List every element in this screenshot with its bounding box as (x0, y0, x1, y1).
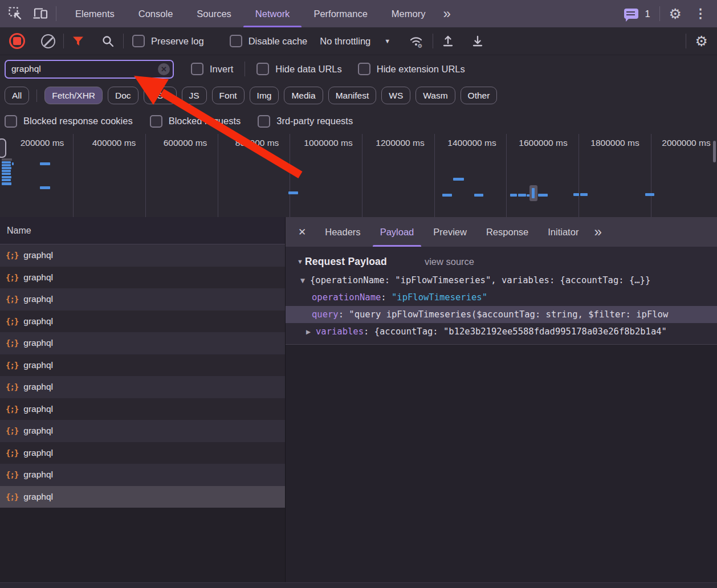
waterfall-bar[interactable] (532, 188, 535, 198)
filter-funnel-icon[interactable] (72, 35, 84, 47)
customize-menu-icon[interactable]: ⋮ (694, 7, 707, 20)
waterfall-bar[interactable] (518, 194, 526, 197)
filter-chip-fetch-xhr[interactable]: Fetch/XHR (44, 87, 103, 104)
waterfall-bar[interactable] (2, 164, 11, 166)
network-conditions-icon[interactable]: ⚙ (408, 34, 425, 48)
table-row-selected[interactable]: {;}graphql (0, 486, 285, 508)
clear-network-log-icon[interactable] (41, 34, 55, 48)
3rd-party-requests-checkbox[interactable]: 3rd-party requests (258, 115, 353, 128)
request-payload-section[interactable]: ▼ Request Payload view source (286, 251, 717, 272)
throttling-select[interactable]: No throttling ▼ (320, 36, 390, 47)
view-source-link[interactable]: view source (425, 256, 474, 267)
payload-value: {accountTag: "b12e3b2192ee5588fdad995178… (374, 326, 667, 337)
table-row[interactable]: {;}graphql (0, 267, 285, 289)
waterfall-bar[interactable] (40, 186, 50, 189)
tab-sources[interactable]: Sources (185, 0, 243, 27)
waterfall-bar[interactable] (2, 170, 11, 172)
waterfall-bar[interactable] (2, 158, 12, 161)
waterfall-bar[interactable] (40, 162, 50, 165)
filter-chip-img[interactable]: Img (250, 87, 279, 104)
checkbox-box (258, 115, 270, 128)
checkbox-box (358, 63, 370, 75)
disable-cache-checkbox[interactable]: Disable cache (230, 35, 308, 47)
export-har-icon[interactable] (471, 34, 484, 48)
filter-chip-doc[interactable]: Doc (108, 87, 138, 104)
waterfall-bar[interactable] (12, 162, 14, 165)
settings-gear-icon[interactable]: ⚙ (669, 7, 682, 21)
toggle-device-toolbar-icon[interactable] (32, 6, 49, 21)
filter-chip-js[interactable]: JS (182, 87, 207, 104)
filter-chip-all[interactable]: All (5, 87, 29, 104)
waterfall-bar[interactable] (442, 194, 452, 197)
import-har-icon[interactable] (441, 34, 455, 48)
waterfall-bar[interactable] (2, 167, 11, 169)
filter-chip-other[interactable]: Other (461, 87, 498, 104)
table-row[interactable]: {;}graphql (0, 332, 285, 354)
more-details-tabs-icon[interactable]: » (588, 225, 607, 239)
table-row[interactable]: {;}graphql (0, 354, 285, 377)
table-row[interactable]: {;}graphql (0, 311, 285, 333)
blocked-requests-checkbox[interactable]: Blocked requests (150, 115, 241, 128)
waterfall-bar[interactable] (2, 173, 11, 175)
hide-extension-urls-checkbox[interactable]: Hide extension URLs (358, 63, 465, 75)
filter-chip-manifest[interactable]: Manifest (328, 87, 377, 104)
tab-performance[interactable]: Performance (302, 0, 379, 27)
table-row[interactable]: {;}graphql (0, 244, 285, 267)
payload-entry-operationname[interactable]: operationName: "ipFlowTimeseries" (286, 289, 717, 306)
name-column-header[interactable]: Name (0, 217, 285, 244)
table-row[interactable]: {;}graphql (0, 442, 285, 464)
tab-console[interactable]: Console (127, 0, 185, 27)
waterfall-bar[interactable] (573, 193, 579, 196)
waterfall-bar[interactable] (453, 178, 464, 181)
waterfall-bar[interactable] (2, 161, 11, 164)
filter-input[interactable] (5, 60, 174, 79)
more-tabs-icon[interactable]: » (437, 7, 456, 21)
invert-checkbox[interactable]: Invert (191, 63, 233, 75)
filter-chip-wasm[interactable]: Wasm (415, 87, 455, 104)
waterfall-bar[interactable] (2, 179, 11, 181)
filter-chip-font[interactable]: Font (212, 87, 245, 104)
waterfall-bar[interactable] (2, 176, 11, 178)
record-network-log-button[interactable] (9, 33, 25, 49)
preserve-log-checkbox[interactable]: Preserve log (132, 35, 204, 47)
details-tab-payload[interactable]: Payload (370, 217, 424, 247)
filter-chip-ws[interactable]: WS (381, 87, 410, 104)
payload-summary-line[interactable]: ▼{operationName: "ipFlowTimeseries", var… (286, 272, 717, 289)
details-tab-preview[interactable]: Preview (423, 217, 476, 247)
waterfall-bar[interactable] (580, 193, 588, 196)
tab-memory[interactable]: Memory (380, 0, 438, 27)
request-name: graphql (23, 250, 53, 260)
waterfall-bar[interactable] (645, 193, 654, 196)
blocked-response-cookies-checkbox[interactable]: Blocked response cookies (5, 115, 133, 128)
filter-chip-css[interactable]: CSS (144, 87, 177, 104)
waterfall-bar[interactable] (2, 182, 11, 185)
close-details-icon[interactable]: ✕ (286, 226, 315, 238)
network-settings-gear-icon[interactable]: ⚙ (695, 34, 708, 48)
payload-entry-query[interactable]: query: "query ipFlowTimeseries($accountT… (286, 306, 717, 323)
filter-chip-media[interactable]: Media (284, 87, 323, 104)
search-icon[interactable] (101, 35, 115, 48)
tab-network[interactable]: Network (243, 0, 302, 27)
details-tab-response[interactable]: Response (476, 217, 538, 247)
tab-elements[interactable]: Elements (63, 0, 127, 27)
hide-data-urls-checkbox[interactable]: Hide data URLs (256, 63, 341, 75)
network-overview-timeline[interactable]: 200000 ms400000 ms600000 ms800000 ms1000… (0, 134, 717, 218)
inspect-element-icon[interactable] (8, 6, 23, 21)
table-row[interactable]: {;}graphql (0, 288, 285, 311)
details-tab-initiator[interactable]: Initiator (538, 217, 588, 247)
waterfall-bar[interactable] (288, 191, 298, 194)
issues-icon[interactable] (624, 9, 642, 19)
details-tab-headers[interactable]: Headers (315, 217, 370, 247)
table-row[interactable]: {;}graphql (0, 376, 285, 398)
waterfall-bar[interactable] (474, 194, 483, 197)
waterfall-bar[interactable] (510, 194, 517, 197)
clear-filter-icon[interactable]: ✕ (158, 63, 170, 75)
waterfall-bar[interactable] (538, 194, 548, 197)
payload-entry-variables[interactable]: ▶variables: {accountTag: "b12e3b2192ee55… (286, 323, 717, 340)
table-row[interactable]: {;}graphql (0, 420, 285, 442)
timeline-scrollbar-thumb[interactable] (713, 141, 716, 162)
table-row[interactable]: {;}graphql (0, 398, 285, 420)
checkbox-box (5, 115, 17, 128)
table-row[interactable]: {;}graphql (0, 464, 285, 486)
timeline-drag-handle[interactable] (0, 138, 6, 158)
